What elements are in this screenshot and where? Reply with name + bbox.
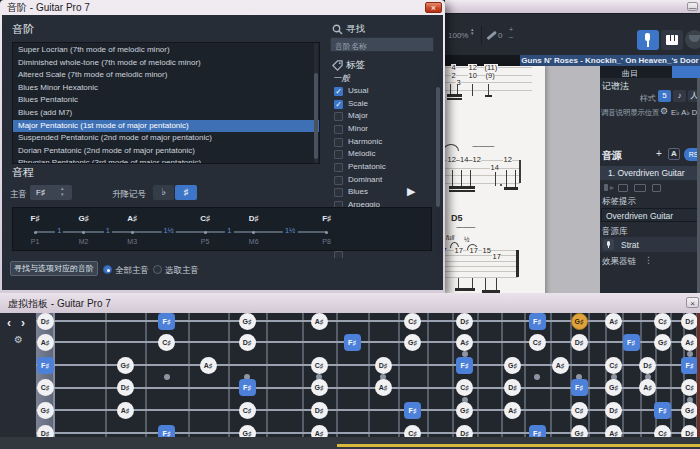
style-tab-button[interactable]: 5 — [658, 90, 671, 102]
fret-note[interactable]: C♯ — [681, 379, 698, 396]
main-window-titlebar[interactable] — [445, 0, 700, 13]
fretboard-titlebar[interactable]: 虚拟指板 - Guitar Pro 7 × — [0, 293, 700, 313]
tag-checkbox[interactable] — [334, 188, 343, 197]
scale-list-scrollbar[interactable] — [314, 43, 318, 163]
tag-list-scrollbar[interactable] — [436, 73, 440, 259]
sharp-button[interactable]: ♯ — [175, 185, 197, 200]
fret-note[interactable]: D♯ — [239, 334, 256, 351]
cabinet-icon[interactable] — [634, 184, 646, 192]
tag-checkbox[interactable]: ✓ — [334, 87, 343, 96]
tab-note[interactable]: 14 — [490, 164, 499, 171]
gear-icon[interactable]: ⚙ — [660, 106, 668, 116]
fret-note[interactable]: A♯ — [504, 402, 521, 419]
scale-list-item[interactable]: Phrygian Pentatonic (3rd mode of major p… — [13, 157, 319, 164]
tab-note[interactable]: (9) — [485, 72, 495, 79]
tuning-value[interactable]: E♭ A♭ D♭ — [671, 108, 700, 117]
tab-note[interactable]: 10 — [468, 72, 477, 79]
style-standard-button[interactable]: ♪ — [673, 90, 686, 102]
fret-note[interactable]: D♯ — [681, 313, 698, 330]
tab-track[interactable]: 曲目 — [622, 68, 638, 79]
tag-checkbox[interactable]: ✓ — [334, 100, 343, 109]
stepper-control[interactable]: +– — [509, 26, 513, 40]
fret-note[interactable]: A♯ — [200, 357, 217, 374]
scale-list-item[interactable]: Blues (add M7) — [13, 107, 319, 120]
fret-note[interactable]: G♯ — [504, 357, 521, 374]
fret-note[interactable]: C♯ — [456, 379, 473, 396]
master-icon[interactable] — [652, 184, 661, 192]
play-scale-button[interactable]: ▶ — [407, 185, 415, 198]
fret-note[interactable]: D♯ — [456, 313, 473, 330]
bank-row[interactable]: Strat — [601, 237, 699, 252]
fret-note[interactable]: A♯ — [605, 313, 622, 330]
tag-checkbox[interactable] — [334, 150, 343, 159]
scale-list-item[interactable]: Super Locrian (7th mode of melodic minor… — [13, 44, 319, 57]
zoom-level[interactable]: 100% — [448, 31, 468, 40]
dialog-close-button[interactable]: × — [425, 2, 442, 13]
fret-note[interactable]: D♯ — [375, 357, 392, 374]
fret-note[interactable]: C♯ — [158, 334, 175, 351]
fret-note[interactable]: G♯ — [681, 402, 698, 419]
tab-note[interactable]: (11) — [484, 64, 498, 71]
tab-note[interactable]: 17 — [469, 247, 478, 254]
fret-note[interactable]: G♯ — [654, 334, 671, 351]
fret-note[interactable]: A♯ — [37, 334, 54, 351]
tab-note[interactable]: 12 — [503, 156, 512, 163]
amp-icon[interactable] — [618, 184, 628, 192]
keyboard-view-button[interactable] — [661, 30, 683, 50]
tonic-combobox[interactable]: F♯ ▴▾ — [30, 185, 72, 200]
tab-note[interactable]: 12 — [468, 64, 477, 71]
scale-list-item[interactable]: Blues Minor Hexatonic — [13, 82, 319, 95]
fret-note[interactable]: G♯ — [456, 402, 473, 419]
search-input[interactable]: 音阶名称 — [330, 37, 434, 52]
fretboard-close-button[interactable]: × — [686, 297, 699, 308]
fret-note[interactable]: A♯ — [456, 334, 473, 351]
tab-note[interactable]: 2 — [451, 72, 456, 79]
tab-note[interactable]: 15 — [482, 247, 491, 254]
fret-note[interactable]: D♯ — [605, 402, 622, 419]
zoom-spinner-icon[interactable]: ▴▾ — [471, 27, 474, 35]
tag-row[interactable]: Blues — [332, 187, 436, 200]
fret-note[interactable]: C♯ — [654, 313, 671, 330]
tag-checkbox[interactable] — [334, 125, 343, 134]
fret-note[interactable]: C♯ — [605, 357, 622, 374]
flat-button[interactable]: ♭ — [153, 185, 174, 200]
tag-row[interactable] — [332, 250, 436, 258]
tag-hint-input[interactable]: Overdriven Guitar — [601, 208, 699, 222]
tag-checkbox[interactable] — [334, 163, 343, 172]
tag-checkbox[interactable] — [334, 251, 343, 258]
fret-note-tonic[interactable]: F♯ — [404, 402, 421, 419]
auto-button[interactable]: A — [668, 148, 680, 160]
tab-note[interactable]: 12–14–12 — [447, 156, 481, 163]
third-view-button[interactable] — [685, 30, 700, 49]
tag-row[interactable]: Harmonic — [332, 137, 436, 150]
tab-note[interactable]: 17 — [492, 253, 501, 260]
fret-note[interactable]: D♯ — [571, 334, 588, 351]
fret-note[interactable]: A♯ — [552, 357, 569, 374]
scale-list-item[interactable]: Altered Scale (7th mode of melodic minor… — [13, 69, 319, 82]
track-row[interactable]: 1. Overdriven Guitar — [600, 166, 700, 180]
fx-menu-icon[interactable]: ⋮ — [644, 255, 653, 265]
fret-note[interactable]: C♯ — [37, 379, 54, 396]
fret-note[interactable]: D♯ — [504, 379, 521, 396]
fret-note-tonic[interactable]: F♯ — [158, 313, 175, 330]
fret-note[interactable]: C♯ — [239, 402, 256, 419]
tag-row[interactable]: Major — [332, 111, 436, 124]
fret-note[interactable]: C♯ — [571, 402, 588, 419]
tag-row[interactable]: Minor — [332, 124, 436, 137]
pen-icon[interactable] — [486, 31, 496, 40]
fret-note[interactable]: D♯ — [639, 357, 656, 374]
find-scales-button[interactable]: 寻找与选项对应的音阶 — [10, 261, 98, 276]
scale-list-item[interactable]: Suspended Pentatonic (2nd mode of major … — [13, 132, 319, 145]
fret-note[interactable]: D♯ — [37, 313, 54, 330]
scale-list-item[interactable]: Diminished whole-tone (7th mode of melod… — [13, 57, 319, 70]
fret-note-tonic[interactable]: F♯ — [654, 402, 671, 419]
tab-note[interactable]: 4 — [451, 64, 456, 71]
fretboard-view-button[interactable] — [637, 30, 659, 50]
tab-note[interactable]: 17 — [454, 247, 463, 254]
minimize-button[interactable]: — — [687, 2, 698, 11]
fret-note-tonic[interactable]: F♯ — [37, 357, 54, 374]
fret-note[interactable]: D♯ — [311, 402, 328, 419]
fret-note[interactable]: D♯ — [117, 379, 134, 396]
scale-list-scrollbar-thumb[interactable] — [314, 73, 318, 159]
tag-row[interactable]: ✓Usual — [332, 86, 436, 99]
